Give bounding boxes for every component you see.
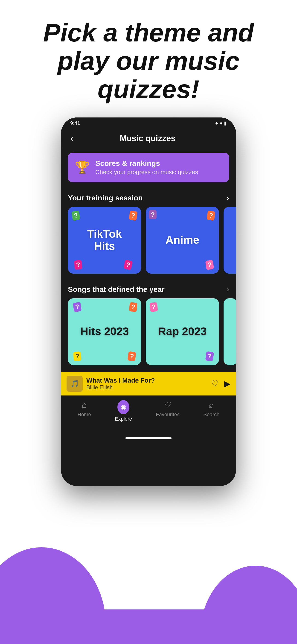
rap2023-card[interactable]: ? ? Rap 2023 (146, 298, 219, 365)
nav-search[interactable]: ⌕ Search (203, 400, 220, 422)
q-mark-3: ? (74, 260, 82, 270)
q-mark-5: ? (206, 210, 215, 220)
nav-explore[interactable]: ◉ Explore (115, 400, 132, 422)
phone-frame: 9:41 ● ● ▮ ‹ Music quizzes 🏆 Scores & ra… (61, 118, 236, 486)
svg-rect-2 (0, 610, 297, 644)
svg-point-1 (200, 566, 297, 644)
status-bar: 9:41 ● ● ▮ (61, 118, 236, 129)
q-mark-6: ? (205, 260, 214, 270)
q-mark-1: ? (71, 210, 80, 221)
home-label: Home (78, 412, 91, 418)
now-playing-controls: ♡ ▶ (211, 379, 230, 388)
explore-icon: ◉ (118, 400, 130, 414)
phone-mockup: 9:41 ● ● ▮ ‹ Music quizzes 🏆 Scores & ra… (0, 118, 297, 486)
scores-title: Scores & rankings (95, 159, 198, 168)
q-mark-9: ? (129, 302, 138, 312)
search-label: Search (203, 412, 220, 418)
app-header: ‹ Music quizzes (61, 129, 236, 150)
year-section-header[interactable]: Songs that defined the year › (61, 278, 236, 298)
favourites-icon: ♡ (164, 400, 172, 410)
trophy-icon: 🏆 (75, 160, 90, 174)
now-playing-bar[interactable]: 🎵 What Was I Made For? Billie Eilish ♡ ▶ (61, 372, 236, 396)
training-cards-scroll: ? ? ? ? TikTokHits ? ? ? Anime (61, 207, 236, 278)
year-cards-scroll: ? ? ? ? Hits 2023 ? ? Rap 2023 (61, 298, 236, 370)
svg-point-0 (0, 547, 106, 644)
heart-button[interactable]: ♡ (211, 379, 218, 388)
training-section-arrow[interactable]: › (226, 194, 229, 202)
q-mark-13: ? (205, 351, 214, 361)
scores-subtitle: Check your progress on music quizzes (95, 168, 198, 176)
play-button[interactable]: ▶ (224, 379, 230, 388)
favourites-label: Favourites (156, 412, 180, 418)
anime-label: Anime (166, 234, 200, 246)
scores-text: Scores & rankings Check your progress on… (95, 159, 198, 176)
q-mark-12: ? (150, 302, 158, 312)
back-button[interactable]: ‹ (70, 134, 73, 144)
q-mark-4: ? (124, 260, 133, 270)
rap2023-label: Rap 2023 (158, 326, 207, 338)
year-section-arrow[interactable]: › (226, 285, 229, 294)
home-indicator (126, 437, 172, 439)
scores-banner[interactable]: 🏆 Scores & rankings Check your progress … (68, 153, 229, 182)
page-title: Music quizzes (78, 134, 218, 143)
phone-screen: 9:41 ● ● ▮ ‹ Music quizzes 🏆 Scores & ra… (61, 118, 236, 486)
hits2023-card[interactable]: ? ? ? ? Hits 2023 (68, 298, 141, 365)
hero-title: Pick a theme and play our music quizzes! (0, 0, 297, 118)
q-mark-10: ? (73, 351, 82, 361)
now-playing-info: What Was I Made For? Billie Eilish (86, 377, 208, 391)
q-mark-7: ? (149, 210, 156, 219)
now-playing-artist: Billie Eilish (86, 384, 208, 391)
year-section-title: Songs that defined the year (68, 285, 164, 294)
status-icons: ● ● ▮ (215, 120, 227, 126)
q-mark-2: ? (129, 210, 138, 220)
tiktok-hits-card[interactable]: ? ? ? ? TikTokHits (68, 207, 141, 274)
status-time: 9:41 (70, 120, 80, 126)
nav-home[interactable]: ⌂ Home (78, 400, 91, 422)
more-card-partial (224, 207, 236, 274)
now-playing-thumbnail: 🎵 (66, 376, 83, 392)
now-playing-title: What Was I Made For? (86, 377, 208, 384)
tiktok-hits-label: TikTokHits (87, 228, 122, 252)
home-icon: ⌂ (82, 400, 87, 410)
q-mark-11: ? (127, 351, 136, 361)
bottom-navigation: ⌂ Home ◉ Explore ♡ Favourites ⌕ Search (61, 396, 236, 434)
training-section-header[interactable]: Your training session › (61, 187, 236, 207)
q-mark-8: ? (73, 302, 82, 312)
training-section-title: Your training session (68, 194, 143, 202)
explore-label: Explore (115, 416, 132, 422)
hits2023-label: Hits 2023 (80, 326, 129, 338)
anime-card[interactable]: ? ? ? Anime (146, 207, 219, 274)
nav-favourites[interactable]: ♡ Favourites (156, 400, 180, 422)
more-year-card-partial (224, 298, 236, 365)
search-icon: ⌕ (209, 400, 214, 410)
